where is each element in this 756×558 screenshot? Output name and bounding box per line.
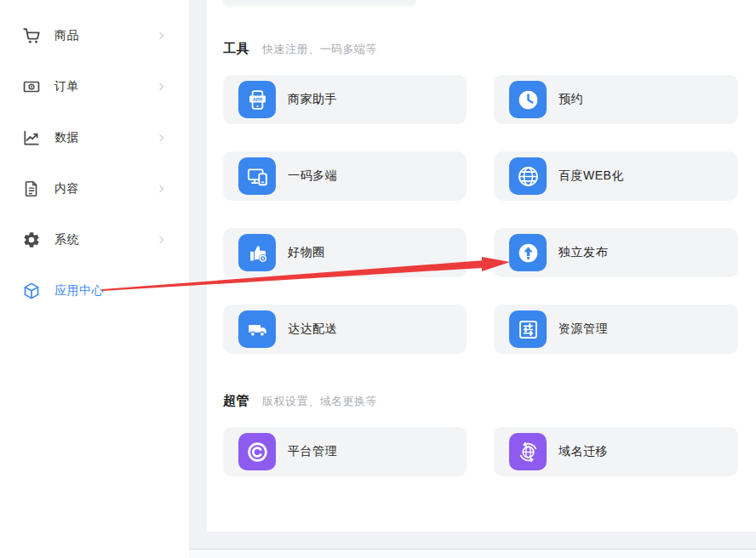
upload-publish-icon <box>509 234 547 271</box>
app-card-label: 平台管理 <box>288 444 337 459</box>
app-center-cube-icon <box>21 281 42 301</box>
app-center-page: { "sidebar": { "items": [ { "label": "商品… <box>0 0 756 558</box>
app-card-delivery-truck[interactable]: 达达配送 <box>223 305 467 354</box>
app-card-label: 独立发布 <box>558 245 608 260</box>
chevron-right-icon <box>156 235 167 246</box>
app-card-multi-device[interactable]: 一码多端 <box>223 151 467 201</box>
app-card-label: 域名迁移 <box>558 444 608 459</box>
app-card-thumbs-up[interactable]: 好物圈 <box>223 228 467 277</box>
app-card-label: 达达配送 <box>288 322 337 337</box>
main-panel: 工具 快速注册、一码多端等 APP 商家助手 预约 一码多端 百度WEB化 好物… <box>207 0 756 532</box>
resource-sliders-icon <box>509 310 547 348</box>
sidebar-item-data-chart[interactable]: 数据 <box>0 112 189 163</box>
data-chart-icon <box>21 128 42 148</box>
chevron-right-icon <box>156 82 167 93</box>
copyright-icon <box>238 433 276 470</box>
thumbs-up-icon <box>238 234 276 271</box>
delivery-truck-icon <box>238 310 276 348</box>
app-card-label: 资源管理 <box>558 322 608 337</box>
sidebar: 商品 订单 数据 内容 系统 应用中心 <box>0 0 189 558</box>
section-subtitle: 快速注册、一码多端等 <box>262 42 377 57</box>
sidebar-item-label: 内容 <box>54 181 79 196</box>
app-card-appointment-clock[interactable]: 预约 <box>494 75 738 124</box>
partial-card-top <box>223 0 416 5</box>
sidebar-item-content-file[interactable]: 内容 <box>0 163 189 214</box>
app-card-label: 商家助手 <box>288 92 337 107</box>
order-icon <box>21 77 42 97</box>
app-card-label: 好物圈 <box>288 245 325 260</box>
app-card-label: 预约 <box>558 92 583 107</box>
app-card-web-globe[interactable]: 百度WEB化 <box>494 151 738 201</box>
sidebar-item-order[interactable]: 订单 <box>0 61 189 112</box>
multi-device-icon <box>238 157 276 195</box>
chevron-right-icon <box>156 184 167 195</box>
merchant-assistant-icon: APP <box>238 81 276 118</box>
sidebar-item-label: 商品 <box>54 28 79 43</box>
app-card-label: 百度WEB化 <box>558 168 624 184</box>
section-header: 超管 版权设置、域名更换等 <box>223 393 377 409</box>
app-card-resource-sliders[interactable]: 资源管理 <box>494 305 738 354</box>
app-card-domain-migration[interactable]: 域名迁移 <box>494 427 738 476</box>
domain-migration-icon <box>509 433 547 470</box>
sidebar-item-app-center-cube[interactable]: 应用中心 <box>0 265 189 316</box>
sidebar-item-label: 订单 <box>54 79 79 94</box>
below-strip <box>189 549 756 558</box>
chevron-right-icon <box>156 133 167 144</box>
app-card-upload-publish[interactable]: 独立发布 <box>494 228 738 277</box>
cart-icon <box>21 26 42 46</box>
sidebar-item-cart[interactable]: 商品 <box>0 10 189 61</box>
app-card-merchant-assistant[interactable]: APP 商家助手 <box>223 75 467 124</box>
svg-text:APP: APP <box>252 96 262 101</box>
section-subtitle: 版权设置、域名更换等 <box>262 394 377 409</box>
sidebar-item-label: 系统 <box>54 232 79 248</box>
sidebar-item-system-gear[interactable]: 系统 <box>0 214 189 265</box>
app-card-copyright[interactable]: 平台管理 <box>223 427 467 476</box>
appointment-clock-icon <box>509 81 547 118</box>
sidebar-item-label: 数据 <box>54 130 79 145</box>
web-globe-icon <box>509 157 547 195</box>
section-title: 超管 <box>223 393 249 409</box>
section-header: 工具 快速注册、一码多端等 <box>223 41 377 57</box>
chevron-right-icon <box>156 31 167 42</box>
section-title: 工具 <box>223 41 249 57</box>
content-file-icon <box>21 179 42 199</box>
app-card-label: 一码多端 <box>288 168 337 184</box>
system-gear-icon <box>21 230 42 250</box>
sidebar-item-label: 应用中心 <box>54 283 104 299</box>
